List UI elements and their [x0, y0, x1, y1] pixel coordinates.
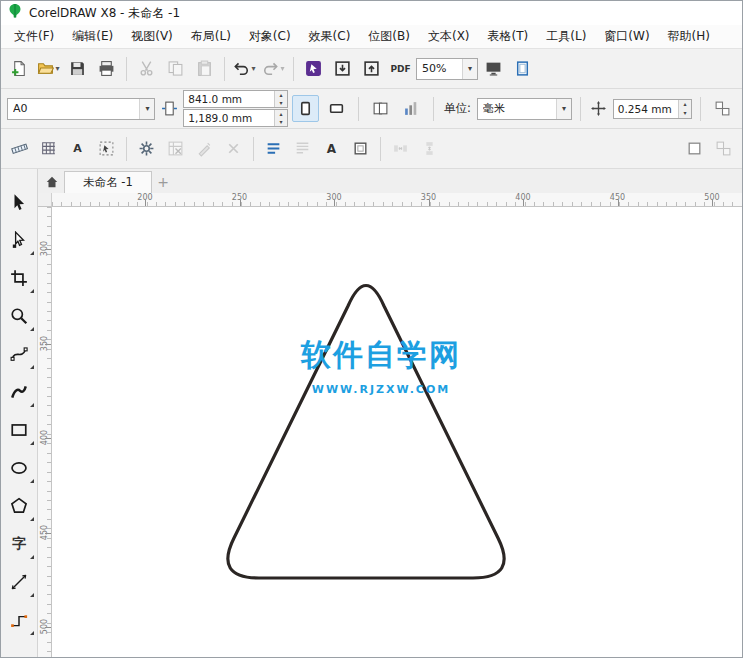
bullet-list-button[interactable] — [260, 135, 287, 162]
nudge-steppers[interactable]: ▴▾ — [678, 100, 691, 118]
shape-tool[interactable] — [1, 221, 37, 259]
menu-item-7[interactable]: 文本(X) — [419, 25, 479, 48]
text-tool[interactable]: 字 — [1, 525, 37, 563]
delete-button[interactable] — [220, 135, 247, 162]
polygon-tool[interactable] — [1, 487, 37, 525]
zoom-tool[interactable] — [1, 297, 37, 335]
menu-item-5[interactable]: 效果(C) — [300, 25, 360, 48]
toolbar-separator — [293, 57, 294, 81]
home-tab-button[interactable] — [40, 171, 64, 193]
window-title: CorelDRAW X8 - 未命名 -1 — [29, 5, 180, 22]
options-button[interactable] — [133, 135, 160, 162]
text-frame-button[interactable] — [347, 135, 374, 162]
portrait-orientation-button[interactable] — [292, 95, 319, 122]
page-dimensions-icon — [159, 100, 179, 117]
open-button[interactable]: ▾ — [35, 55, 62, 82]
vertical-ruler[interactable]: 300350400450500 — [38, 207, 52, 657]
current-page-button[interactable] — [398, 95, 425, 122]
table-tools-button[interactable] — [162, 135, 189, 162]
menu-item-8[interactable]: 表格(T) — [479, 25, 538, 48]
connector-tool[interactable] — [1, 601, 37, 639]
all-pages-button[interactable] — [367, 95, 394, 122]
rectangle-tool[interactable] — [1, 411, 37, 449]
paragraph-format-button[interactable] — [289, 135, 316, 162]
page-height-spinner[interactable]: 1,189.0 mm ▴▾ — [183, 109, 288, 127]
vruler-major-tick — [45, 627, 51, 628]
print-button[interactable] — [93, 55, 120, 82]
frame-options-button[interactable] — [710, 135, 737, 162]
nudge-distance-spinner[interactable]: 0.254 mm ▴▾ — [613, 99, 692, 119]
parallel-dimension-tool[interactable] — [1, 563, 37, 601]
zoom-level-combobox-caret-icon[interactable]: ▾ — [462, 59, 477, 79]
nudge-distance-value: 0.254 mm — [618, 103, 678, 115]
document-tab[interactable]: 未命名 -1 — [64, 171, 152, 193]
units-combobox[interactable]: 毫米 ▾ — [477, 98, 572, 120]
cut-button[interactable] — [133, 55, 160, 82]
edit-path-button[interactable] — [191, 135, 218, 162]
toolbar-separator — [433, 97, 434, 121]
duplicate-distance-button[interactable] — [709, 95, 736, 122]
h-spacing-button[interactable] — [387, 135, 414, 162]
menu-item-1[interactable]: 编辑(E) — [63, 25, 122, 48]
artistic-media-tool[interactable] — [1, 373, 37, 411]
hruler-major-tick — [618, 200, 619, 206]
menu-item-9[interactable]: 工具(L) — [537, 25, 595, 48]
page-size-combobox[interactable]: A0 ▾ — [7, 98, 155, 120]
menu-item-10[interactable]: 窗口(W) — [595, 25, 658, 48]
menu-item-11[interactable]: 帮助(H) — [659, 25, 719, 48]
rounded-triangle-shape[interactable] — [52, 207, 742, 657]
toolbar-separator — [126, 137, 127, 161]
units-caret-icon[interactable]: ▾ — [556, 99, 571, 119]
canvas[interactable]: 软件自学网 WWW.RJZXW.COM — [52, 207, 742, 657]
page-size-caret-icon[interactable]: ▾ — [139, 99, 154, 119]
menu-item-4[interactable]: 对象(C) — [240, 25, 300, 48]
horizontal-ruler[interactable]: 200250300350400450500 — [52, 193, 742, 207]
ruler-origin[interactable] — [38, 193, 52, 207]
character-format-button[interactable]: A — [318, 135, 345, 162]
hruler-major-tick — [240, 200, 241, 206]
export-button[interactable] — [358, 55, 385, 82]
document-tab-bar: 未命名 -1 + — [38, 169, 742, 193]
marquee-select-button[interactable] — [93, 135, 120, 162]
menu-item-0[interactable]: 文件(F) — [5, 25, 63, 48]
show-rulers-button[interactable] — [509, 55, 536, 82]
undo-button-dropdown-icon[interactable]: ▾ — [251, 64, 255, 73]
units-value: 毫米 — [483, 101, 556, 116]
zoom-level-combobox-value: 50% — [422, 62, 462, 75]
publish-pdf-button[interactable]: PDF — [387, 55, 414, 82]
zoom-level-combobox[interactable]: 50%▾ — [416, 58, 478, 80]
redo-button[interactable]: ▾ — [260, 55, 287, 82]
save-button[interactable] — [64, 55, 91, 82]
page-width-spinner[interactable]: 841.0 mm ▴▾ — [183, 90, 288, 108]
page-width-steppers[interactable]: ▴▾ — [274, 91, 287, 107]
ellipse-tool[interactable] — [1, 449, 37, 487]
redo-button-dropdown-icon[interactable]: ▾ — [280, 64, 284, 73]
new-document-button[interactable] — [6, 55, 33, 82]
open-button-dropdown-icon[interactable]: ▾ — [55, 64, 59, 73]
page-size-value: A0 — [13, 102, 139, 115]
landscape-orientation-button[interactable] — [323, 95, 350, 122]
page-height-steppers[interactable]: ▴▾ — [274, 110, 287, 126]
watermark-title: 软件自学网 — [231, 335, 531, 376]
menu-item-6[interactable]: 位图(B) — [359, 25, 419, 48]
crop-tool[interactable] — [1, 259, 37, 297]
paste-button[interactable] — [191, 55, 218, 82]
pick-tool[interactable] — [1, 183, 37, 221]
ruler-row: 200250300350400450500 — [38, 193, 742, 207]
frame-button[interactable] — [681, 135, 708, 162]
menu-item-2[interactable]: 视图(V) — [122, 25, 182, 48]
toolbox: 字 — [1, 169, 38, 657]
freehand-tool[interactable] — [1, 335, 37, 373]
dimension-style-button[interactable] — [6, 135, 33, 162]
menu-item-3[interactable]: 布局(L) — [182, 25, 240, 48]
new-tab-button[interactable]: + — [152, 171, 174, 193]
grid-toggle-button[interactable] — [35, 135, 62, 162]
undo-button[interactable]: ▾ — [231, 55, 258, 82]
text-grid-button[interactable]: A — [64, 135, 91, 162]
search-content-button[interactable] — [300, 55, 327, 82]
copy-button[interactable] — [162, 55, 189, 82]
v-spacing-button[interactable] — [416, 135, 443, 162]
watermark: 软件自学网 WWW.RJZXW.COM — [231, 335, 531, 396]
fullscreen-preview-button[interactable] — [480, 55, 507, 82]
import-button[interactable] — [329, 55, 356, 82]
